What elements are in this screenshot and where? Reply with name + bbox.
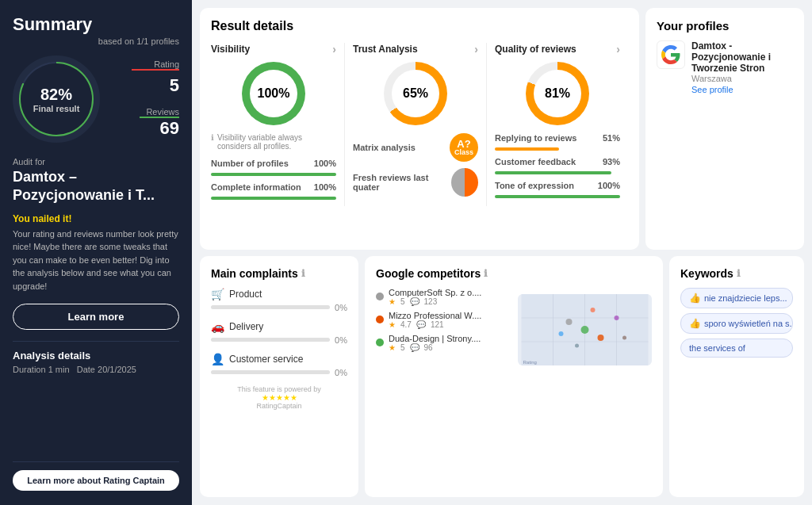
complaint-icon: 👤 [211,353,224,365]
profile-name: Damtox - Pozycjonowanie i Tworzenie Stro… [691,40,793,74]
complaints-panel: Main complaints ℹ 🛒 Product 0% 🚗 Deliver… [200,256,358,498]
matrix-analysis-row: Matrix analysis A? Class [353,133,478,162]
svg-point-10 [615,316,619,320]
top-row: Result details Visibility › 100% [200,8,804,250]
competitor-star-icon: ★ [389,343,396,352]
keyword-tag[interactable]: 👍 nie znajdziecie leps... [680,288,793,308]
keyword-tag[interactable]: 👍 sporo wyświetleń na s... [680,313,793,334]
svg-point-11 [591,308,596,312]
fresh-reviews-row: Fresh reviews last quater [353,168,478,197]
competitor-name: Mizzo Professional W.... [389,311,510,320]
profile-logo [657,40,685,69]
trust-donut-container: 65% [353,62,478,125]
rating-captain-button[interactable]: Learn more about Rating Captain [13,470,179,491]
complaint-name: 🚗 Delivery [211,320,347,333]
score-label: Final result [33,104,80,113]
trust-donut-inner: 65% [392,70,439,117]
keywords-info-icon: ℹ [737,268,741,279]
visibility-donut-inner: 100% [250,70,297,117]
google-icon [661,45,680,64]
reviews-value: 69 [160,118,179,139]
svg-point-6 [581,326,589,334]
based-on-label: based on 1/1 profiles [13,36,179,46]
keyword-icon: 👍 [689,318,701,329]
keywords-panel: Keywords ℹ 👍 nie znajdziecie leps... 👍 s… [669,256,804,498]
sidebar-title: Summary [13,14,179,35]
result-details-title: Result details [211,19,628,33]
complaints-list: 🛒 Product 0% 🚗 Delivery 0% 👤 Customer se… [211,288,347,377]
competitor-meta: ★ 4.7 💬 121 [389,320,510,329]
complete-info-row: Complete information 100% [211,182,336,192]
complaint-name: 🛒 Product [211,288,347,300]
score-inner: 82% Final result [21,63,92,135]
review-icon: 💬 [416,320,426,329]
keywords-list: 👍 nie znajdziecie leps... 👍 sporo wyświe… [680,288,793,358]
matrix-badge: A? Class [450,133,478,162]
competitor-row: ComputerSoft Sp. z o.... ★ 5 💬 123 [376,288,510,306]
matrix-label: Matrix analysis [353,143,416,152]
keyword-text: the services of [689,343,745,353]
svg-text:Rating: Rating [523,360,537,365]
competitor-reviews: 123 [424,297,438,306]
quality-chevron-icon[interactable]: › [616,43,620,55]
svg-point-12 [575,343,579,347]
rating-stat: Rating 5 [132,59,179,96]
competitors-title: Google competitors ℹ [376,267,652,280]
complaint-bar-wrap: 0% [211,368,347,377]
profile-item: Damtox - Pozycjonowanie i Tworzenie Stro… [657,40,793,94]
tone-bar [495,195,620,198]
result-details-panel: Result details Visibility › 100% [200,8,639,250]
competitors-list: ComputerSoft Sp. z o.... ★ 5 💬 123 Mizzo… [376,288,510,365]
keyword-tag[interactable]: the services of [680,339,793,358]
quality-col: Quality of reviews › 81% Replying to rev… [487,43,628,206]
competitor-row: Duda-Design | Strony.... ★ 5 💬 96 [376,334,510,352]
side-stats: Rating 5 Reviews 69 [132,59,179,139]
complaint-bar-wrap: 0% [211,335,347,345]
score-percentage: 82% [40,86,72,104]
competitor-dot [376,293,384,300]
complete-info-label: Complete information [211,182,301,192]
rating-value: 5 [170,75,179,96]
trust-pct: 65% [403,86,428,101]
visibility-title: Visibility › [211,43,336,55]
visibility-chevron-icon[interactable]: › [332,43,336,55]
complaints-info-icon: ℹ [301,268,305,279]
competitor-star-icon: ★ [389,320,396,329]
complaint-pct: 0% [335,335,347,345]
replying-pct: 51% [603,133,620,143]
your-profiles-panel: Your profiles Damtox - Pozycjonowanie i … [645,8,804,250]
quality-donut-container: 81% [495,62,620,125]
see-profile-link[interactable]: See profile [691,85,793,94]
competitor-meta: ★ 5 💬 123 [389,297,510,306]
profiles-bar [211,173,336,176]
visibility-donut: 100% [242,62,305,125]
learn-more-button[interactable]: Learn more [13,304,179,330]
analysis-details-section: Analysis details Duration 1 min Date 20/… [13,341,179,374]
competitors-chart: Rating [518,294,652,365]
feedback-row: Customer feedback 93% [495,157,620,166]
main-content: Result details Visibility › 100% [192,0,812,505]
competitor-rating: 5 [400,297,405,306]
competitor-star-icon: ★ [389,297,396,306]
tone-pct: 100% [598,181,620,190]
keywords-title: Keywords ℹ [680,267,793,280]
complaint-icon: 🛒 [211,288,224,300]
visibility-col: Visibility › 100% ℹ Visibility variable … [211,43,345,206]
complaint-item: 🛒 Product 0% [211,288,347,312]
keyword-text: sporo wyświetleń na s... [704,319,793,328]
competitor-name: ComputerSoft Sp. z o.... [389,288,510,297]
complaint-bar-wrap: 0% [211,303,347,312]
nailed-desc-text: Your rating and reviews number look pret… [13,228,179,293]
score-section: 82% Final result Rating 5 Reviews 69 [13,55,179,143]
complaint-bar [211,370,330,374]
svg-point-7 [566,319,573,325]
complaint-name: 👤 Customer service [211,353,347,365]
trust-chevron-icon[interactable]: › [474,43,478,55]
nailed-it-text: You nailed it! [13,213,179,224]
keyword-icon: 👍 [689,293,701,304]
analysis-duration: Duration 1 min Date 20/1/2025 [13,365,179,374]
info-icon: ℹ [211,133,214,151]
tone-label: Tone of expression [495,181,574,190]
complaint-bar [211,305,330,309]
svg-point-9 [559,331,564,336]
